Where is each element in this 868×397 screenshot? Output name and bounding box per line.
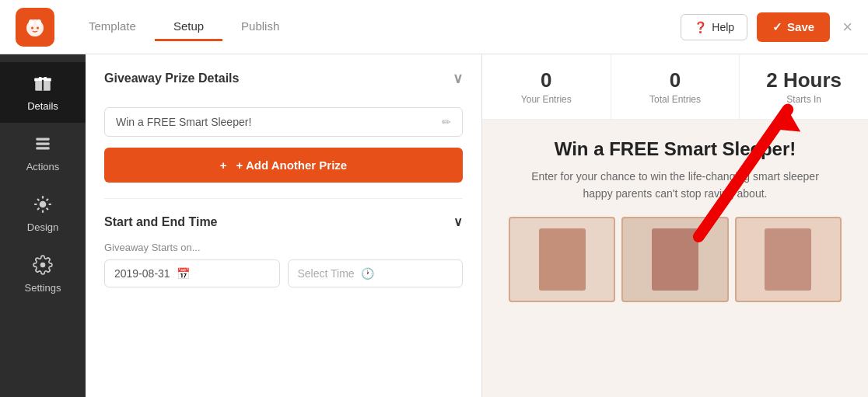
- prize-input-value: Win a FREE Smart Sleeper!: [116, 116, 251, 128]
- stat-your-entries: 0 Your Entries: [482, 54, 611, 119]
- svg-rect-8: [36, 138, 49, 140]
- your-entries-label: Your Entries: [521, 94, 572, 105]
- svg-point-12: [40, 263, 46, 268]
- time-input[interactable]: Select Time 🕐: [288, 259, 464, 287]
- prize-section-title: Giveaway Prize Details: [104, 71, 239, 85]
- tab-setup[interactable]: Setup: [155, 13, 222, 41]
- save-button[interactable]: ✓ Save: [757, 12, 830, 42]
- preview-content: Win a FREE Smart Sleeper! Enter for your…: [482, 120, 868, 321]
- add-prize-label: + Add Another Prize: [233, 158, 348, 172]
- sidebar-item-design[interactable]: Design: [0, 183, 86, 244]
- clock-icon: 🕐: [361, 267, 374, 280]
- sidebar-item-settings[interactable]: Settings: [0, 244, 86, 305]
- help-button[interactable]: ❓ Help: [681, 14, 747, 40]
- sidebar-label-settings: Settings: [25, 282, 61, 294]
- main-content: Details Actions Design: [0, 54, 868, 397]
- total-entries-num: 0: [670, 68, 681, 92]
- main-nav: Template Setup Publish: [70, 13, 681, 41]
- preview-images: [506, 217, 845, 302]
- sidebar-item-actions[interactable]: Actions: [0, 123, 86, 183]
- close-button[interactable]: ×: [842, 17, 852, 37]
- calendar-icon: 📅: [177, 267, 190, 280]
- svg-rect-7: [42, 78, 44, 91]
- preview-stats: 0 Your Entries 0 Total Entries 2 Hours S…: [482, 54, 868, 120]
- edit-icon[interactable]: ✏: [442, 116, 451, 128]
- svg-rect-10: [36, 147, 49, 149]
- svg-point-4: [37, 26, 39, 29]
- date-input[interactable]: 2019-08-31 📅: [104, 259, 280, 287]
- app-header: Template Setup Publish ❓ Help ✓ Save ×: [0, 0, 868, 54]
- svg-point-1: [29, 19, 33, 26]
- svg-rect-9: [36, 142, 49, 145]
- gift-icon: [33, 73, 53, 96]
- preview-description: Enter for your chance to win the life-ch…: [527, 168, 823, 203]
- checkmark-icon: ✓: [772, 20, 782, 34]
- date-value: 2019-08-31: [114, 267, 170, 280]
- add-prize-button[interactable]: + + Add Another Prize: [104, 148, 463, 183]
- sidebar-label-details: Details: [27, 100, 58, 112]
- time-section-title: Start and End Time: [104, 215, 218, 229]
- sidebar: Details Actions Design: [0, 54, 86, 397]
- prize-section-chevron[interactable]: ∨: [453, 70, 463, 87]
- starts-in-label: Starts In: [786, 94, 821, 105]
- actions-icon: [33, 134, 53, 156]
- product-image-2: [621, 217, 728, 302]
- settings-icon: [33, 255, 53, 277]
- sidebar-label-design: Design: [27, 221, 58, 233]
- sidebar-label-actions: Actions: [26, 161, 60, 172]
- help-icon: ❓: [694, 21, 707, 33]
- prize-section-header: Giveaway Prize Details ∨: [104, 70, 463, 95]
- save-label: Save: [787, 20, 814, 33]
- settings-panel: Giveaway Prize Details ∨ Win a FREE Smar…: [86, 54, 482, 397]
- app-logo: [16, 8, 54, 47]
- svg-point-3: [31, 26, 33, 29]
- date-time-row: 2019-08-31 📅 Select Time 🕐: [104, 259, 463, 287]
- svg-point-11: [40, 201, 47, 208]
- design-icon: [33, 194, 53, 217]
- time-placeholder: Select Time: [298, 267, 355, 280]
- preview-title: Win a FREE Smart Sleeper!: [506, 138, 845, 160]
- product-image-1: [509, 217, 615, 302]
- plus-icon: +: [220, 158, 227, 172]
- starts-in-num: 2 Hours: [766, 68, 842, 92]
- total-entries-label: Total Entries: [649, 94, 701, 105]
- header-actions: ❓ Help ✓ Save ×: [681, 12, 852, 42]
- prize-input-row: Win a FREE Smart Sleeper! ✏: [104, 107, 463, 137]
- tab-template[interactable]: Template: [70, 13, 155, 41]
- sidebar-item-details[interactable]: Details: [0, 62, 86, 123]
- starts-label: Giveaway Starts on...: [104, 242, 463, 253]
- preview-panel: 0 Your Entries 0 Total Entries 2 Hours S…: [482, 54, 868, 397]
- stat-starts-in: 2 Hours Starts In: [740, 54, 868, 119]
- section-divider: [104, 198, 463, 199]
- help-label: Help: [712, 21, 734, 33]
- stat-total-entries: 0 Total Entries: [611, 54, 740, 119]
- your-entries-num: 0: [541, 68, 551, 92]
- product-image-3: [735, 217, 842, 302]
- svg-point-2: [37, 19, 41, 26]
- time-section-chevron[interactable]: ∨: [453, 214, 463, 229]
- tab-publish[interactable]: Publish: [222, 13, 298, 41]
- time-section-header: Start and End Time ∨: [104, 214, 463, 229]
